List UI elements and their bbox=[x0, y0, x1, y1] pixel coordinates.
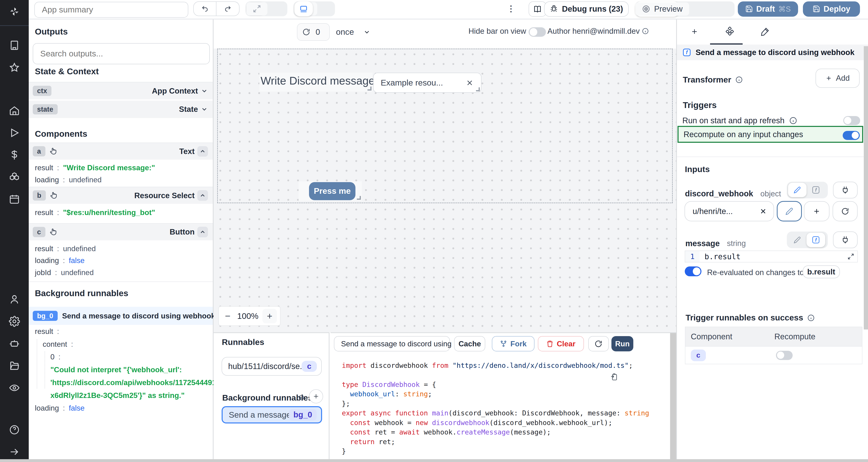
reeval-toggle[interactable] bbox=[685, 266, 702, 276]
fork-button[interactable]: Fork bbox=[492, 336, 534, 351]
folder-icon[interactable] bbox=[9, 360, 20, 371]
press-me-button[interactable]: Press me bbox=[309, 182, 355, 200]
dw-fx-mode-button[interactable]: f bbox=[807, 183, 825, 197]
settings-tab-icon[interactable] bbox=[725, 27, 735, 36]
reeval-label: Re-evaluated on changes to: bbox=[707, 268, 806, 277]
reload-script-button[interactable] bbox=[588, 336, 609, 351]
horizontal-scrollbar[interactable] bbox=[0, 459, 868, 462]
search-outputs-input[interactable] bbox=[33, 43, 210, 64]
component-row-a[interactable]: a Text bbox=[29, 142, 213, 160]
resize-handle[interactable] bbox=[368, 87, 371, 90]
c-result-line: result:undefined bbox=[35, 244, 96, 253]
bot-icon[interactable] bbox=[9, 338, 20, 349]
building-icon[interactable] bbox=[9, 40, 20, 51]
selected-background-runnable[interactable]: Send a message... bg_0 bbox=[222, 406, 322, 423]
canvas-zoom-control: − 100% + bbox=[218, 306, 280, 326]
dw-static-mode-button[interactable] bbox=[788, 183, 807, 197]
gear-icon[interactable] bbox=[9, 316, 20, 327]
message-connect-button[interactable] bbox=[833, 231, 858, 248]
play-icon[interactable] bbox=[9, 127, 20, 138]
collapse-a-button[interactable] bbox=[197, 146, 208, 157]
code-area[interactable]: import discordwebhook from "https://deno… bbox=[342, 361, 669, 459]
runnable-path: hub/1511/discord/se... bbox=[228, 362, 301, 371]
resize-handle[interactable] bbox=[357, 196, 361, 200]
rotate-icon bbox=[841, 207, 849, 215]
help-icon[interactable] bbox=[9, 424, 20, 435]
chevron-down-icon[interactable] bbox=[201, 106, 208, 113]
zoom-in-button[interactable]: + bbox=[262, 309, 277, 323]
run-on-start-toggle[interactable] bbox=[843, 116, 860, 125]
b-type-label: Resource Select bbox=[134, 191, 194, 200]
component-row-c[interactable]: c Button bbox=[29, 223, 213, 240]
more-menu-button[interactable]: ⋮ bbox=[506, 4, 516, 16]
close-icon[interactable] bbox=[759, 207, 767, 215]
undo-button[interactable] bbox=[193, 1, 216, 16]
selected-runnable-name: Send a message... bbox=[229, 410, 289, 420]
add-background-runnable-button[interactable] bbox=[309, 389, 323, 403]
app-summary-input[interactable] bbox=[34, 2, 188, 18]
calendar-icon[interactable] bbox=[9, 194, 20, 205]
clipboard-icon[interactable] bbox=[610, 373, 618, 381]
chevron-down-icon bbox=[363, 29, 371, 36]
clear-button[interactable]: Clear bbox=[538, 336, 584, 351]
hide-bar-toggle[interactable] bbox=[529, 27, 546, 37]
component-row-b[interactable]: b Resource Select bbox=[29, 187, 213, 204]
main-runnable-item[interactable]: hub/1511/discord/se... c bbox=[222, 357, 322, 376]
expand-icon[interactable] bbox=[847, 253, 854, 260]
boxes-icon[interactable] bbox=[9, 171, 20, 183]
windmill-logo[interactable] bbox=[9, 6, 20, 17]
fullwidth-button[interactable] bbox=[246, 2, 267, 15]
clear-select-icon[interactable] bbox=[466, 79, 474, 87]
output-row-ctx[interactable]: ctx App Context bbox=[29, 82, 213, 99]
vertical-scrollbar[interactable] bbox=[864, 46, 868, 329]
redo-button[interactable] bbox=[216, 1, 240, 16]
dw-edit-resource-button[interactable] bbox=[777, 201, 802, 222]
add-transformer-button[interactable]: Add bbox=[815, 69, 860, 88]
schedule-dropdown[interactable]: once bbox=[336, 23, 371, 41]
recompute-toggle[interactable] bbox=[843, 131, 860, 140]
theme-tab-icon[interactable] bbox=[760, 27, 770, 36]
resize-handle[interactable] bbox=[476, 87, 480, 91]
c-badge: c bbox=[33, 227, 45, 237]
text-component-cell[interactable]: Write Discord message: bbox=[259, 73, 373, 92]
dw-connect-button[interactable] bbox=[833, 182, 858, 198]
eye-icon[interactable] bbox=[9, 382, 20, 393]
resource-select-cell[interactable]: Example resou... bbox=[373, 73, 482, 93]
device-toggle-group bbox=[293, 1, 335, 16]
user-icon[interactable] bbox=[9, 294, 20, 305]
add-component-tab-icon[interactable] bbox=[690, 28, 699, 36]
arrow-right-icon[interactable] bbox=[9, 446, 20, 457]
zoom-out-button[interactable]: − bbox=[222, 310, 233, 322]
cache-button[interactable]: Cache bbox=[454, 336, 485, 351]
run-button[interactable]: Run bbox=[612, 336, 633, 351]
info-icon bbox=[735, 76, 743, 84]
desktop-view-button[interactable] bbox=[294, 1, 313, 16]
dw-resource-input[interactable]: u/henri/te... bbox=[685, 201, 774, 221]
output-row-state[interactable]: state State bbox=[29, 101, 213, 118]
draft-button[interactable]: Draft ⌘S bbox=[738, 1, 798, 16]
script-title-input[interactable]: Send a message to discord using bbox=[334, 336, 450, 351]
refresh-count-box[interactable]: 0 bbox=[297, 23, 330, 41]
home-icon[interactable] bbox=[9, 105, 20, 116]
dw-refresh-resource-button[interactable] bbox=[833, 201, 858, 221]
message-fx-mode-button[interactable]: f bbox=[807, 233, 825, 247]
reeval-chip[interactable]: b.result bbox=[803, 265, 840, 278]
collapse-b-button[interactable] bbox=[197, 190, 208, 201]
dollar-icon[interactable] bbox=[9, 150, 20, 160]
code-line: export async function main(discord_webho… bbox=[342, 408, 669, 418]
debug-runs-button[interactable]: Debug runs (23) bbox=[544, 1, 629, 16]
collapse-c-button[interactable] bbox=[197, 227, 208, 237]
message-expr-editor[interactable]: 1 b.result bbox=[685, 251, 858, 262]
chevron-down-icon[interactable] bbox=[201, 87, 208, 95]
dw-add-resource-button[interactable] bbox=[804, 201, 829, 221]
docs-button[interactable] bbox=[529, 1, 546, 16]
preview-tab[interactable]: Preview bbox=[635, 2, 689, 16]
refresh-icon bbox=[594, 340, 602, 348]
message-static-mode-button[interactable] bbox=[788, 233, 807, 247]
row-recompute-toggle[interactable] bbox=[776, 351, 793, 360]
plug-icon bbox=[841, 186, 849, 194]
code-scrollbar[interactable] bbox=[670, 333, 676, 459]
deploy-button[interactable]: Deploy bbox=[803, 1, 860, 16]
bg-runnable-row[interactable]: bg_0 Send a message to discord using web… bbox=[29, 307, 213, 325]
star-icon[interactable] bbox=[9, 62, 20, 73]
